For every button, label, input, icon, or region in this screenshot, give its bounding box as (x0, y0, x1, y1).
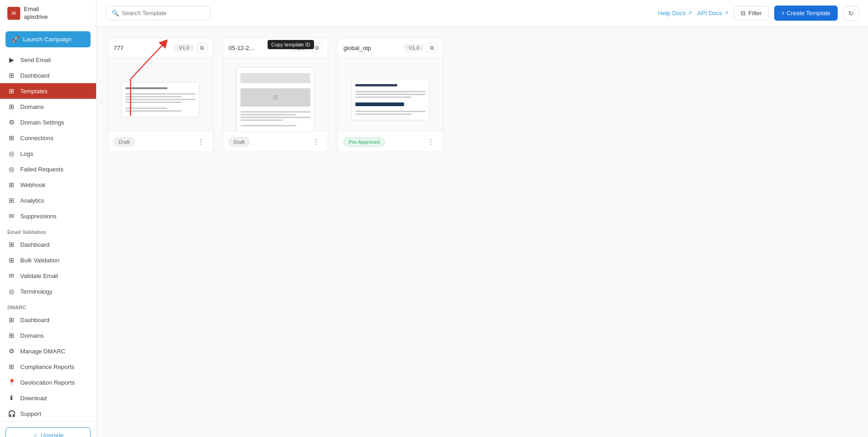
brand-info: Email apixdrive (24, 6, 48, 21)
copy-template-id-button-1[interactable]: ⧉ (197, 43, 207, 53)
upgrade-button[interactable]: ☆ Upgrade (6, 427, 91, 437)
search-input[interactable] (122, 10, 205, 17)
sidebar-item-suppressions[interactable]: ✉Suppressions (0, 208, 96, 224)
card-1-footer: Draft ⋮ (108, 131, 213, 152)
nav-icon-suppressions: ✉ (7, 212, 16, 220)
filter-button[interactable]: ⊟ Filter (734, 6, 769, 20)
refresh-icon: ↻ (848, 10, 854, 17)
nav-label-failed-requests: Failed Requests (20, 166, 63, 173)
sidebar-item-templates[interactable]: ⊞Templates (0, 83, 96, 99)
nav-icon-templates: ⊞ (7, 87, 16, 95)
nav-label-dmarc-domains: Domains (20, 332, 44, 339)
card-3-more-button[interactable]: ⋮ (424, 136, 437, 147)
filter-icon: ⊟ (741, 10, 746, 17)
copy-template-id-button-3[interactable]: ⧉ (427, 43, 437, 53)
create-template-button[interactable]: + Create Template (774, 6, 838, 21)
nav-label-webhook: Webhook (20, 182, 46, 188)
nav-label-geolocation-reports: Geolocation Reports (20, 379, 75, 386)
card-3-version: V1.0 (404, 44, 424, 51)
sidebar-item-dmarc-dashboard[interactable]: ⊞Dashboard (0, 312, 96, 328)
nav-icon-dmarc-domains: ⊞ (7, 332, 16, 339)
sidebar-item-validate-email[interactable]: ✉Validate Email (0, 268, 96, 284)
dmarc-nav: ⊞Dashboard⊞Domains⚙Manage DMARC⊞Complian… (0, 312, 96, 421)
card-2-more-button[interactable]: ⋮ (309, 136, 322, 147)
email-preview-3 (351, 79, 429, 120)
email-preview-1 (121, 82, 200, 117)
sidebar-item-failed-requests[interactable]: ◎Failed Requests (0, 161, 96, 177)
api-docs-link[interactable]: API Docs ↗ (697, 10, 728, 17)
launch-campaign-button[interactable]: 🚀 Launch Campaign (6, 31, 91, 47)
nav-icon-manage-dmarc: ⚙ (7, 347, 16, 355)
email-validation-section-label: Email Validation (0, 224, 96, 237)
nav-icon-domain-settings: ⚙ (7, 119, 16, 126)
sidebar-item-dmarc-domains[interactable]: ⊞Domains (0, 328, 96, 343)
nav-icon-dashboard: ⊞ (7, 72, 16, 79)
template-card-3: global_otp V1.0 ⧉ (337, 38, 443, 152)
help-docs-link[interactable]: Help Docs ↗ (658, 10, 692, 17)
sidebar-header: ✉ Email apixdrive (0, 0, 96, 27)
nav-label-connections: Connections (20, 135, 53, 142)
nav-icon-compliance-reports: ⊞ (7, 363, 16, 370)
nav-label-dashboard: Dashboard (20, 72, 50, 79)
sidebar-item-download[interactable]: ⬇Download (0, 390, 96, 406)
content-area: 777 V1.0 ⧉ (97, 27, 868, 437)
card-3-title: global_otp (343, 45, 371, 51)
nav-label-download: Download (20, 395, 47, 402)
sidebar-item-logs[interactable]: ◎Logs (0, 146, 96, 161)
topbar: 🔍 Help Docs ↗ API Docs ↗ ⊟ Filter + Crea… (97, 0, 868, 27)
card-2-title: 05-12-2... (228, 45, 254, 51)
sidebar-footer: ☆ Upgrade (0, 421, 96, 437)
sidebar-item-domains[interactable]: ⊞Domains (0, 99, 96, 114)
nav-label-domain-settings: Domain Settings (20, 119, 64, 126)
nav-icon-support: 🎧 (7, 410, 16, 417)
sidebar-item-geolocation-reports[interactable]: 📍Geolocation Reports (0, 375, 96, 390)
card-3-footer: Pre-Approved ⋮ (338, 131, 443, 152)
topbar-actions: Help Docs ↗ API Docs ↗ ⊟ Filter + Create… (658, 6, 859, 21)
nav-label-ev-dashboard: Dashboard (20, 241, 50, 248)
sidebar-item-domain-settings[interactable]: ⚙Domain Settings (0, 114, 96, 130)
nav-label-terminology: Terminology (20, 288, 52, 295)
sidebar-item-analytics[interactable]: ⊞Analytics (0, 193, 96, 208)
refresh-button[interactable]: ↻ (843, 6, 859, 21)
nav-label-dmarc-dashboard: Dashboard (20, 317, 50, 323)
card-1-header: 777 V1.0 ⧉ (108, 38, 213, 58)
nav-icon-connections: ⊞ (7, 134, 16, 142)
copy-icon-1: ⧉ (200, 45, 204, 51)
sidebar-item-dashboard[interactable]: ⊞Dashboard (0, 68, 96, 83)
nav-label-templates: Templates (20, 88, 47, 95)
nav-icon-domains: ⊞ (7, 103, 16, 110)
nav-icon-failed-requests: ◎ (7, 165, 16, 173)
template-card-wrapper-1: 777 V1.0 ⧉ (108, 38, 213, 152)
external-link-icon: ↗ (724, 10, 728, 16)
card-1-title: 777 (114, 45, 124, 51)
sidebar-item-terminology[interactable]: ◎Terminology (0, 284, 96, 299)
copy-icon-3: ⧉ (430, 45, 434, 51)
sidebar-item-connections[interactable]: ⊞Connections (0, 130, 96, 146)
card-1-status: Draft (114, 137, 135, 147)
nav-label-suppressions: Suppressions (20, 213, 57, 220)
sidebar-item-support[interactable]: 🎧Support (0, 406, 96, 421)
sidebar-item-bulk-validation[interactable]: ⊞Bulk Validation (0, 252, 96, 268)
nav-label-logs: Logs (20, 150, 33, 157)
sidebar-item-manage-dmarc[interactable]: ⚙Manage DMARC (0, 343, 96, 359)
card-3-status: Pre-Approved (343, 137, 385, 147)
nav-icon-send-email: ▶ (7, 56, 16, 63)
sidebar-item-webhook[interactable]: ⊞Webhook (0, 177, 96, 193)
card-1-more-button[interactable]: ⋮ (194, 136, 207, 147)
nav-icon-geolocation-reports: 📍 (7, 379, 16, 386)
sidebar-item-ev-dashboard[interactable]: ⊞Dashboard (0, 237, 96, 252)
card-2-status: Draft (228, 137, 250, 147)
email-preview-2: 🖼 (236, 67, 314, 132)
rocket-icon: 🚀 (12, 36, 19, 43)
search-box[interactable]: 🔍 (106, 6, 211, 20)
card-3-preview (338, 58, 443, 131)
search-icon: 🔍 (112, 10, 119, 17)
nav-label-compliance-reports: Compliance Reports (20, 363, 74, 370)
copy-icon-2: ⧉ (315, 45, 319, 51)
sidebar: ✉ Email apixdrive 🚀 Launch Campaign ▶Sen… (0, 0, 97, 437)
nav-label-validate-email: Validate Email (20, 272, 58, 279)
sidebar-item-compliance-reports[interactable]: ⊞Compliance Reports (0, 359, 96, 375)
nav-icon-analytics: ⊞ (7, 197, 16, 204)
external-icon: ↗ (688, 10, 692, 16)
sidebar-item-send-email[interactable]: ▶Send Email (0, 52, 96, 68)
